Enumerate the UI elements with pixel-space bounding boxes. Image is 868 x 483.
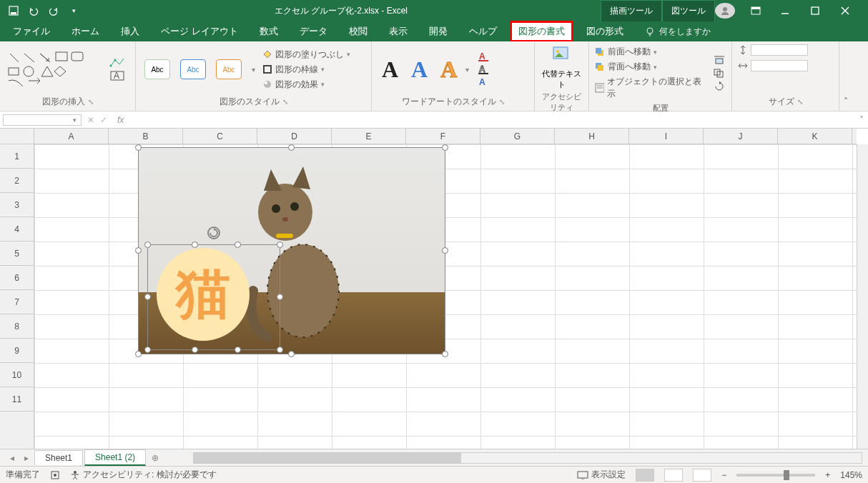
tab-review[interactable]: 校閲 <box>340 21 376 42</box>
zoom-out-icon[interactable]: − <box>721 470 726 480</box>
wordart-preset[interactable]: A <box>407 56 432 83</box>
wordart-preset[interactable]: A <box>436 56 461 83</box>
close-icon[interactable] <box>841 6 861 15</box>
zoom-in-icon[interactable]: + <box>825 470 830 480</box>
rotate-icon[interactable] <box>713 81 726 91</box>
wordart-preset[interactable]: A <box>378 56 403 83</box>
row-header[interactable]: 5 <box>0 242 34 266</box>
col-header[interactable]: K <box>778 129 852 144</box>
sheet-tab[interactable]: Sheet1 (2) <box>84 449 146 466</box>
user-avatar-icon[interactable] <box>715 3 735 19</box>
autosave-icon[interactable] <box>6 3 21 19</box>
qat-dropdown-icon[interactable]: ▾ <box>66 3 82 19</box>
selected-shape[interactable]: 猫 <box>147 244 280 350</box>
name-box[interactable]: ▾ <box>3 114 82 126</box>
display-settings-button[interactable]: 表示設定 <box>577 469 626 481</box>
shape-height-input[interactable] <box>751 44 808 56</box>
send-backward-button[interactable]: 背面へ移動 ▾ <box>595 61 703 73</box>
tab-formulas[interactable]: 数式 <box>251 21 287 42</box>
collapse-ribbon-icon[interactable]: ˄ <box>839 92 851 111</box>
shape-style-preset[interactable]: Abc <box>180 59 206 79</box>
edit-shape-icon[interactable] <box>109 57 129 69</box>
gallery-more-icon[interactable]: ▾ <box>465 66 469 74</box>
circle-shape[interactable]: 猫 <box>157 248 250 341</box>
tell-me-search[interactable]: 何をしますか <box>645 26 711 38</box>
tab-data[interactable]: データ <box>291 21 336 42</box>
tool-tab-drawing[interactable]: 描画ツール <box>601 0 662 22</box>
bring-forward-button[interactable]: 前面へ移動 ▾ <box>595 46 703 58</box>
row-header[interactable]: 4 <box>0 217 34 242</box>
alt-text-icon[interactable] <box>552 44 572 64</box>
zoom-level[interactable]: 145% <box>840 470 862 480</box>
redo-icon[interactable] <box>46 3 61 19</box>
col-header[interactable]: F <box>406 129 480 144</box>
tab-page-layout[interactable]: ページ レイアウト <box>152 21 247 42</box>
minimize-icon[interactable] <box>781 6 801 15</box>
tab-developer[interactable]: 開発 <box>420 21 456 42</box>
align-icon[interactable] <box>713 55 726 65</box>
cancel-icon[interactable]: ✕ <box>84 115 97 125</box>
horizontal-scrollbar[interactable] <box>193 452 862 464</box>
group-icon[interactable] <box>713 68 726 78</box>
row-header[interactable]: 11 <box>0 387 34 412</box>
sheet-nav-next-icon[interactable]: ▸ <box>20 453 33 463</box>
tab-picture-format[interactable]: 図の形式 <box>578 21 632 42</box>
zoom-slider[interactable] <box>736 474 815 477</box>
new-sheet-icon[interactable]: ⊕ <box>147 453 163 463</box>
col-header[interactable]: D <box>257 129 332 144</box>
tab-file[interactable]: ファイル <box>4 21 59 42</box>
macro-record-icon[interactable] <box>50 470 60 480</box>
row-header[interactable]: 1 <box>0 144 34 169</box>
sheet-tab[interactable]: Sheet1 <box>34 450 83 465</box>
maximize-icon[interactable] <box>811 6 831 15</box>
col-header[interactable]: I <box>629 129 704 144</box>
tab-insert[interactable]: 挿入 <box>112 21 148 42</box>
accessibility-status[interactable]: アクセシビリティ: 検討が必要です <box>70 469 217 481</box>
col-header[interactable]: G <box>480 129 555 144</box>
tab-view[interactable]: 表示 <box>380 21 416 42</box>
expand-formula-bar-icon[interactable]: ˅ <box>855 115 868 125</box>
cells-area[interactable]: 猫 <box>34 144 857 449</box>
row-header[interactable]: 3 <box>0 193 34 217</box>
text-fill-icon[interactable]: A <box>478 51 490 61</box>
ribbon-display-icon[interactable] <box>751 6 771 15</box>
shape-effects-button[interactable]: 図形の効果 ▾ <box>262 79 350 91</box>
row-header[interactable]: 9 <box>0 339 34 363</box>
text-outline-icon[interactable]: A <box>478 64 490 74</box>
row-header[interactable]: 8 <box>0 314 34 339</box>
text-effects-icon[interactable]: A <box>478 77 490 87</box>
row-header[interactable]: 6 <box>0 266 34 290</box>
selection-pane-button[interactable]: オブジェクトの選択と表示 <box>595 76 703 100</box>
shape-outline-button[interactable]: 図形の枠線 ▾ <box>262 64 350 76</box>
sheet-nav-prev-icon[interactable]: ◂ <box>6 453 19 463</box>
tool-tab-picture[interactable]: 図ツール <box>662 0 715 22</box>
vertical-scrollbar[interactable] <box>857 144 868 449</box>
undo-icon[interactable] <box>26 3 41 19</box>
dialog-launcher-icon[interactable]: ⤡ <box>496 98 505 106</box>
col-header[interactable]: J <box>704 129 778 144</box>
row-header[interactable]: 7 <box>0 290 34 314</box>
select-all-corner[interactable] <box>0 129 34 144</box>
view-page-layout-icon[interactable] <box>664 469 683 482</box>
dialog-launcher-icon[interactable]: ⤡ <box>85 98 94 106</box>
view-normal-icon[interactable] <box>636 469 654 482</box>
shape-style-preset[interactable]: Abc <box>144 59 170 79</box>
gallery-more-icon[interactable]: ▾ <box>249 66 258 74</box>
row-header[interactable]: 2 <box>0 169 34 193</box>
dialog-launcher-icon[interactable]: ⤡ <box>280 98 288 106</box>
col-header[interactable]: C <box>183 129 257 144</box>
shape-fill-button[interactable]: 図形の塗りつぶし ▾ <box>262 49 350 61</box>
col-header[interactable]: H <box>555 129 629 144</box>
fx-icon[interactable]: fx <box>110 115 131 125</box>
dialog-launcher-icon[interactable]: ⤡ <box>794 98 803 106</box>
rotate-handle-icon[interactable] <box>207 226 220 239</box>
text-box-icon[interactable]: A <box>109 70 129 81</box>
col-header[interactable]: E <box>332 129 406 144</box>
col-header[interactable]: A <box>34 129 109 144</box>
enter-icon[interactable]: ✓ <box>97 115 110 125</box>
tab-shape-format[interactable]: 図形の書式 <box>510 21 573 42</box>
tab-help[interactable]: ヘルプ <box>460 21 505 42</box>
row-header[interactable]: 10 <box>0 363 34 387</box>
shape-style-preset[interactable]: Abc <box>216 59 242 79</box>
tab-home[interactable]: ホーム <box>63 21 108 42</box>
